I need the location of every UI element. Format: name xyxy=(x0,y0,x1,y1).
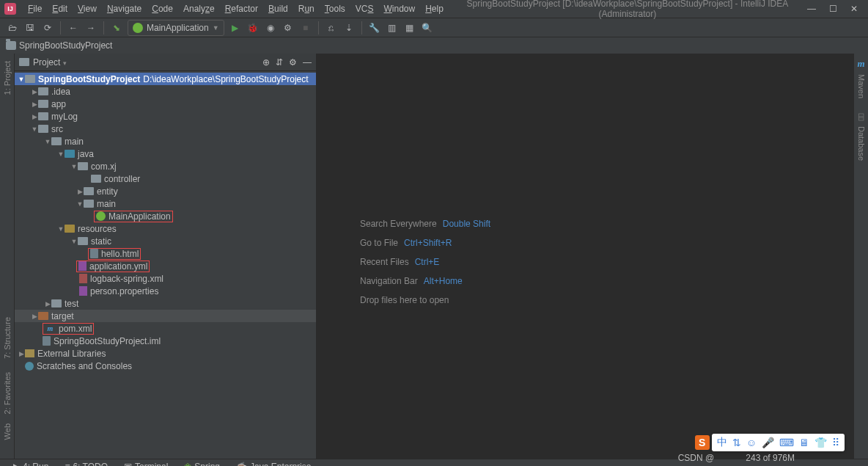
search-icon[interactable]: 🔍 xyxy=(421,21,434,34)
tree-logback[interactable]: logback-spring.xml xyxy=(15,272,316,285)
tree-main[interactable]: ▼main xyxy=(15,135,316,148)
save-icon[interactable]: 🖫 xyxy=(23,21,37,34)
menu-vcs[interactable]: VCS xyxy=(351,2,378,15)
tree-mylog[interactable]: ▶myLog xyxy=(15,110,316,123)
run-config-selector[interactable]: MainApplication ▼ xyxy=(128,20,224,36)
wrench-icon[interactable]: 🔧 xyxy=(368,21,381,34)
right-tool-stripe: m Maven ⌸ Database xyxy=(853,54,868,459)
menu-view[interactable]: View xyxy=(73,2,101,15)
run-config-name: MainApplication xyxy=(147,23,209,33)
ime-lang[interactable]: 中 xyxy=(717,436,727,449)
collapse-icon[interactable]: ⇵ xyxy=(276,57,283,68)
run-icon[interactable]: ▶ xyxy=(229,21,242,34)
tree-hello[interactable]: hello.html xyxy=(15,247,316,260)
maximize-button[interactable]: ☐ xyxy=(829,4,837,14)
tab-terminal[interactable]: ▣Terminal xyxy=(124,462,168,467)
menu-build[interactable]: Build xyxy=(264,2,293,15)
project-tree[interactable]: ▼SpringBootStudyProjectD:\ideaWorkplace\… xyxy=(15,71,316,459)
folder-icon xyxy=(6,41,16,50)
gutter-favorites[interactable]: 2: Favorites xyxy=(3,368,12,418)
tree-mainapplication[interactable]: MainApplication xyxy=(15,210,316,222)
ime-emoji[interactable]: ☺ xyxy=(746,437,757,448)
tree-java[interactable]: ▼java xyxy=(15,148,316,160)
tree-comxj[interactable]: ▼com.xj xyxy=(15,160,316,172)
main-area: 1: Project 7: Structure 2: Favorites Web… xyxy=(0,54,868,459)
tree-scratches[interactable]: Scratches and Consoles xyxy=(15,360,316,372)
gutter-web[interactable]: Web xyxy=(3,419,12,444)
tab-todo[interactable]: ≡6: TODO xyxy=(65,462,108,467)
tree-src[interactable]: ▼src xyxy=(15,123,316,135)
back-icon[interactable]: ← xyxy=(67,21,80,34)
tree-resources[interactable]: ▼resources xyxy=(15,222,316,235)
tree-target[interactable]: ▶target xyxy=(15,310,316,322)
gutter-structure[interactable]: 7: Structure xyxy=(3,313,12,363)
tree-person[interactable]: person.properties xyxy=(15,285,316,297)
menu-help[interactable]: Help xyxy=(421,2,448,15)
menu-analyze[interactable]: Analyze xyxy=(179,2,219,15)
locate-icon[interactable]: ⊕ xyxy=(262,57,270,68)
tab-javaee[interactable]: ☕Java Enterprise xyxy=(236,462,311,467)
tab-run[interactable]: ▶4: Run xyxy=(13,462,48,467)
tree-mainpkg[interactable]: ▼main xyxy=(15,197,316,210)
hide-icon[interactable]: — xyxy=(303,57,312,68)
database-tool-icon[interactable]: ⌸ xyxy=(858,112,864,122)
tree-test[interactable]: ▶test xyxy=(15,297,316,310)
ime-menu[interactable]: ⠿ xyxy=(832,437,839,448)
gutter-database[interactable]: Database xyxy=(857,122,866,165)
tree-iml[interactable]: SpringBootStudyProject.iml xyxy=(15,335,316,347)
forward-icon[interactable]: → xyxy=(84,21,98,34)
tab-spring[interactable]: ❀Spring xyxy=(184,462,220,467)
open-icon[interactable]: 🗁 xyxy=(6,21,19,34)
refresh-icon[interactable]: ⟳ xyxy=(41,21,54,34)
tree-pom[interactable]: mpom.xml xyxy=(15,322,316,335)
close-button[interactable]: ✕ xyxy=(850,4,858,14)
separator xyxy=(318,21,319,34)
menu-refactor[interactable]: Refactor xyxy=(221,2,262,15)
stop-icon[interactable]: ■ xyxy=(299,21,312,34)
debug-icon[interactable]: 🐞 xyxy=(246,21,260,34)
ime-toolbar[interactable]: S 中 ⇅ ☺ 🎤 ⌨ 🖥 👕 ⠿ xyxy=(712,434,845,451)
sogou-icon[interactable]: S xyxy=(695,435,710,450)
tree-root[interactable]: ▼SpringBootStudyProjectD:\ideaWorkplace\… xyxy=(15,73,316,85)
menu-navigate[interactable]: Navigate xyxy=(103,2,146,15)
database-icon[interactable]: ▦ xyxy=(403,21,416,34)
editor-area[interactable]: Search EverywhereDouble Shift Go to File… xyxy=(316,54,853,459)
gutter-project[interactable]: 1: Project xyxy=(3,57,12,99)
tree-static[interactable]: ▼static xyxy=(15,235,316,247)
tip-search-key: Double Shift xyxy=(443,219,490,229)
menu-code[interactable]: Code xyxy=(147,2,177,15)
ime-voice[interactable]: 🎤 xyxy=(762,437,774,448)
gutter-maven[interactable]: Maven xyxy=(857,70,866,103)
tip-goto-label: Go to File xyxy=(360,238,398,248)
tree-controller[interactable]: controller xyxy=(15,172,316,185)
menu-edit[interactable]: Edit xyxy=(48,2,72,15)
settings-icon[interactable]: ⚙ xyxy=(289,57,297,68)
ime-skin[interactable]: 👕 xyxy=(814,437,827,448)
tree-appyml[interactable]: application.yml xyxy=(15,260,316,272)
minimize-button[interactable]: — xyxy=(807,4,816,14)
tree-extlib[interactable]: ▶External Libraries xyxy=(15,347,316,360)
tree-entity[interactable]: ▶entity xyxy=(15,185,316,197)
window-controls: — ☐ ✕ xyxy=(807,4,864,14)
ime-punct[interactable]: ⇅ xyxy=(732,437,741,448)
vcs-icon[interactable]: ⎌ xyxy=(325,21,338,34)
menu-tools[interactable]: Tools xyxy=(320,2,350,15)
ime-screen[interactable]: 🖥 xyxy=(799,437,809,448)
profile-icon[interactable]: ⚙ xyxy=(282,21,295,34)
project-settings-icon[interactable]: ▥ xyxy=(386,21,399,34)
separator xyxy=(60,21,61,34)
menu-window[interactable]: Window xyxy=(379,2,419,15)
coverage-icon[interactable]: ◉ xyxy=(264,21,277,34)
ime-keyboard[interactable]: ⌨ xyxy=(779,437,794,448)
spring-boot-icon xyxy=(96,211,106,221)
tree-app[interactable]: ▶app xyxy=(15,98,316,110)
tree-idea[interactable]: ▶.idea xyxy=(15,85,316,98)
project-panel-title[interactable]: Project ▾ xyxy=(33,57,262,68)
tip-goto-key: Ctrl+Shift+R xyxy=(404,238,452,248)
vcs-update-icon[interactable]: ⇣ xyxy=(342,21,356,34)
build-icon[interactable]: ⬊ xyxy=(110,21,123,34)
menu-file[interactable]: File xyxy=(23,2,46,15)
breadcrumb-root[interactable]: SpringBootStudyProject xyxy=(19,40,112,51)
menu-run[interactable]: Run xyxy=(294,2,319,15)
maven-tool-icon[interactable]: m xyxy=(857,58,864,70)
